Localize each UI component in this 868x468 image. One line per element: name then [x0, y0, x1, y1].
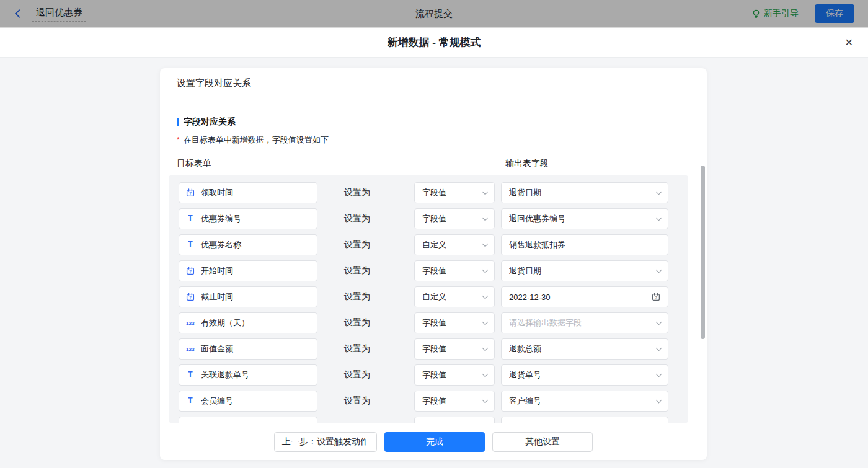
- guide-label: 新手引导: [764, 8, 799, 19]
- target-field-box: 7截止时间: [179, 286, 317, 307]
- close-icon[interactable]: ✕: [845, 38, 853, 48]
- output-select[interactable]: 退货单号: [501, 364, 668, 386]
- target-field-label: 有效期（天）: [201, 317, 249, 329]
- mode-select[interactable]: 字段值: [414, 338, 495, 360]
- output-input[interactable]: 销售退款抵扣券: [501, 234, 668, 255]
- chevron-down-icon: [482, 319, 489, 325]
- target-field-label: 截止时间: [201, 291, 233, 302]
- mode-select[interactable]: 字段值: [414, 208, 495, 229]
- scrollbar-thumb[interactable]: [701, 166, 705, 339]
- mode-select[interactable]: 字段值: [414, 364, 495, 386]
- mode-select[interactable]: 字段值: [414, 182, 495, 203]
- chevron-down-icon: [482, 371, 489, 377]
- mode-select-value: 字段值: [422, 369, 446, 381]
- calendar-field-icon: 7: [185, 267, 195, 275]
- number-field-icon: 123: [185, 347, 195, 352]
- svg-text:7: 7: [189, 192, 192, 196]
- output-select[interactable]: 请选择输出数据字段: [501, 312, 668, 333]
- other-settings-button[interactable]: 其他设置: [492, 432, 593, 452]
- number-icon-glyph: 123: [186, 347, 195, 352]
- mode-select[interactable]: 自定义: [414, 234, 495, 255]
- target-field-label: 关联退款单号: [201, 369, 249, 381]
- output-value: 请选择输出数据字段: [509, 317, 582, 329]
- output-value: 销售退款抵扣券: [509, 239, 565, 250]
- mapping-note: *在目标表单中新增数据，字段值设置如下: [177, 135, 707, 146]
- chevron-down-icon: [482, 345, 489, 351]
- target-field-box: 123面值金额: [179, 338, 317, 360]
- modal-header: 新增数据 - 常规模式 ✕: [0, 28, 868, 58]
- target-field-box: 123有效期（天）: [179, 312, 317, 333]
- target-field-label: 开始时间: [201, 265, 233, 276]
- output-select[interactable]: 退款总额: [501, 338, 668, 360]
- target-field-label: 面值金额: [201, 343, 233, 355]
- guide-link[interactable]: 新手引导: [752, 8, 799, 19]
- mapping-row: 123面值金额设置为字段值退款总额: [179, 338, 688, 360]
- mode-select-value: 字段值: [422, 187, 446, 198]
- chevron-down-icon: [482, 293, 489, 299]
- chevron-down-icon: [656, 397, 662, 403]
- calendar-icon: 7: [651, 293, 661, 301]
- output-value: 客户编号: [509, 395, 541, 407]
- section-title-label: 字段对应关系: [184, 117, 236, 128]
- required-asterisk: *: [177, 136, 180, 144]
- svg-text:7: 7: [189, 270, 192, 274]
- set-as-label: 设置为: [317, 213, 397, 224]
- target-field-label: 优惠券编号: [201, 213, 241, 224]
- output-date-input[interactable]: 2022-12-307: [501, 286, 668, 307]
- mode-select[interactable]: 字段值: [414, 391, 495, 412]
- lightbulb-icon: [752, 9, 760, 19]
- output-select[interactable]: 客户编号: [501, 391, 668, 412]
- text-icon-glyph: T: [187, 214, 193, 223]
- target-field-box: T优惠券编号: [179, 208, 317, 229]
- mapping-row: [179, 417, 688, 423]
- text-field-icon: T: [185, 371, 195, 379]
- output-value: 退货日期: [509, 265, 541, 276]
- target-field-box: T优惠券名称: [179, 234, 317, 255]
- mapping-row: 7开始时间设置为字段值退货日期: [179, 260, 688, 281]
- svg-text:7: 7: [655, 296, 657, 300]
- output-select[interactable]: [501, 417, 668, 423]
- done-button[interactable]: 完成: [384, 432, 485, 452]
- target-field-box: T关联退款单号: [179, 364, 317, 386]
- output-select[interactable]: 退回优惠券编号: [501, 208, 668, 229]
- text-field-icon: T: [185, 397, 195, 405]
- number-icon-glyph: 123: [186, 320, 195, 326]
- set-as-label: 设置为: [317, 239, 397, 250]
- target-field-box: [179, 417, 317, 423]
- modal-title: 新增数据 - 常规模式: [387, 35, 480, 50]
- chevron-down-icon: [656, 345, 662, 351]
- chevron-down-icon: [482, 241, 489, 247]
- mapping-row: 7领取时间设置为字段值退货日期: [179, 182, 688, 203]
- mode-select[interactable]: 字段值: [414, 312, 495, 333]
- chevron-down-icon: [482, 188, 489, 195]
- chevron-down-icon: [656, 267, 662, 273]
- set-as-label: 设置为: [317, 395, 397, 407]
- set-as-label: 设置为: [317, 265, 397, 276]
- workflow-title[interactable]: 退回优惠券: [32, 6, 86, 22]
- mode-select-value: 字段值: [422, 317, 446, 329]
- target-field-box: 7领取时间: [179, 182, 317, 203]
- back-icon[interactable]: [15, 9, 24, 18]
- set-as-label: 设置为: [317, 343, 397, 355]
- svg-text:7: 7: [189, 296, 192, 300]
- output-select[interactable]: 退货日期: [501, 182, 668, 203]
- mode-select[interactable]: 自定义: [414, 286, 495, 307]
- mode-select[interactable]: [414, 417, 495, 423]
- output-select[interactable]: 退货日期: [501, 260, 668, 281]
- mode-select[interactable]: 字段值: [414, 260, 495, 281]
- col-header-output-fields: 输出表字段: [505, 158, 549, 169]
- mapping-row: T关联退款单号设置为字段值退货单号: [179, 364, 688, 386]
- top-navbar: 退回优惠券 流程提交 新手引导 保存: [0, 0, 868, 28]
- modal-body: 设置字段对应关系 字段对应关系 *在目标表单中新增数据，字段值设置如下 目标表单…: [0, 58, 868, 468]
- set-as-label: 设置为: [317, 369, 397, 381]
- chevron-down-icon: [482, 397, 489, 403]
- text-icon-glyph: T: [187, 397, 193, 405]
- save-button[interactable]: 保存: [815, 4, 854, 23]
- set-as-label: 设置为: [317, 317, 397, 329]
- output-value: 退款总额: [509, 343, 541, 355]
- column-headers: 目标表单 输出表字段: [177, 157, 688, 174]
- mapping-row: T优惠券编号设置为字段值退回优惠券编号: [179, 208, 688, 229]
- field-mapping-card: 设置字段对应关系 字段对应关系 *在目标表单中新增数据，字段值设置如下 目标表单…: [160, 68, 707, 460]
- card-footer: 上一步：设置触发动作 完成 其他设置: [160, 423, 707, 460]
- previous-step-button[interactable]: 上一步：设置触发动作: [274, 432, 377, 452]
